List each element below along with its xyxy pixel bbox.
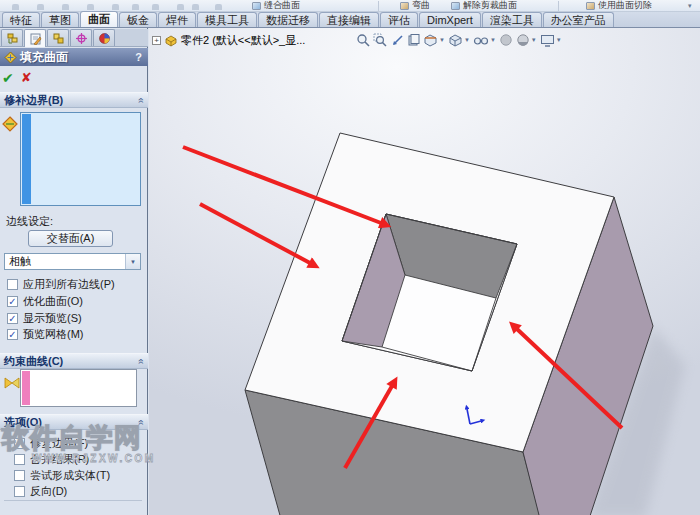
show-preview-checkbox-row: ✓ 显示预览(S) bbox=[7, 311, 82, 326]
toolbar-icon-stub[interactable] bbox=[12, 4, 19, 10]
chevron-down-icon[interactable]: ▼ bbox=[439, 37, 445, 43]
view-settings-icon[interactable]: ▼ bbox=[540, 33, 562, 47]
listbox-scroll-strip[interactable] bbox=[22, 114, 31, 204]
merge-result-checkbox-row: ✓ 合并结果(R) bbox=[14, 452, 89, 467]
tab-direct-editing[interactable]: 直接编辑 bbox=[319, 12, 379, 27]
knit-surface-label: 缝合曲面 bbox=[264, 0, 300, 12]
edit-appearance-icon[interactable] bbox=[499, 33, 513, 47]
checkbox[interactable]: ✓ bbox=[7, 329, 18, 340]
cancel-button[interactable]: ✘ bbox=[21, 70, 32, 86]
zoom-fit-icon[interactable] bbox=[356, 33, 370, 47]
boundary-selection-icon bbox=[2, 116, 18, 132]
toolbar-icon-stub[interactable] bbox=[37, 4, 44, 10]
alternate-face-button[interactable]: 交替面(A) bbox=[28, 230, 113, 247]
heads-up-toolbar: ▼ ▼ ▼ ▼ ▼ bbox=[356, 33, 562, 47]
chevron-down-icon[interactable]: ▼ bbox=[531, 37, 537, 43]
toolbar-icon-stub[interactable] bbox=[112, 4, 119, 10]
constraint-curves-listbox[interactable] bbox=[20, 369, 137, 407]
hide-show-items-icon[interactable]: ▼ bbox=[473, 33, 496, 47]
constraint-curves-header[interactable]: 约束曲线(C) » bbox=[0, 353, 148, 369]
tab-configuration-manager[interactable] bbox=[47, 29, 69, 46]
checkbox[interactable]: ✓ bbox=[7, 296, 18, 307]
tab-surfaces[interactable]: 曲面 bbox=[80, 11, 118, 27]
model-view bbox=[149, 28, 700, 515]
tab-mold-tools[interactable]: 模具工具 bbox=[197, 12, 257, 27]
patch-boundary-header[interactable]: 修补边界(B) » bbox=[0, 92, 148, 108]
edge-condition-dropdown[interactable]: 相触 ▼ bbox=[4, 253, 141, 270]
toolbar-icon-stub[interactable] bbox=[62, 4, 69, 10]
tab-dimxpert-manager[interactable] bbox=[70, 29, 92, 46]
tab-property-manager[interactable] bbox=[24, 29, 46, 47]
toolbar-icon-stub[interactable] bbox=[192, 4, 199, 10]
apply-scene-icon[interactable]: ▼ bbox=[516, 33, 537, 47]
tab-feature-manager-tree[interactable] bbox=[1, 29, 23, 46]
patch-boundary-listbox[interactable] bbox=[20, 112, 141, 206]
checkbox[interactable]: ✓ bbox=[14, 470, 25, 481]
tree-expander-icon[interactable]: + bbox=[152, 36, 161, 45]
collapse-chevron-icon[interactable]: » bbox=[136, 419, 147, 425]
toolbar-icon-stub[interactable] bbox=[152, 4, 159, 10]
cut-with-surface-label: 使用曲面切除 bbox=[598, 0, 652, 12]
chevron-down-icon[interactable]: ▼ bbox=[464, 37, 470, 43]
manager-tab-strip bbox=[0, 29, 148, 47]
knit-surface-button[interactable]: 缝合曲面 bbox=[252, 0, 300, 11]
toolbar-overflow-icon[interactable]: ▾ bbox=[688, 2, 692, 10]
tab-office-products[interactable]: 办公室产品 bbox=[543, 12, 614, 27]
flex-icon bbox=[400, 2, 409, 10]
constraint-curve-icon bbox=[4, 376, 20, 390]
toolbar-icon-stub[interactable] bbox=[132, 4, 139, 10]
feature-tree-icon bbox=[6, 32, 19, 45]
fix-boundary-checkbox-row: ✓ 修复边界(F) bbox=[14, 436, 88, 451]
listbox-scroll-strip[interactable] bbox=[22, 371, 30, 405]
view-orientation-icon[interactable]: ▼ bbox=[448, 33, 470, 47]
graphics-viewport[interactable]: + 零件2 (默认<<默认>_显... ▼ bbox=[149, 28, 700, 515]
command-manager-tabs: 特征 草图 曲面 钣金 焊件 模具工具 数据迁移 直接编辑 评估 DimXper… bbox=[0, 12, 700, 28]
toolbar-separator bbox=[558, 1, 559, 11]
collapse-chevron-icon[interactable]: » bbox=[136, 358, 147, 364]
knit-surface-icon bbox=[252, 2, 261, 10]
property-manager-panel: 填充曲面 ? ✔ ✘ 修补边界(B) » 边线设定: 交替面(A) 相触 ▼ ✓… bbox=[0, 28, 148, 515]
property-manager-icon bbox=[29, 32, 42, 45]
tab-sheet-metal[interactable]: 钣金 bbox=[119, 12, 157, 27]
section-view-icon[interactable]: ▼ bbox=[423, 33, 445, 47]
checkbox[interactable]: ✓ bbox=[14, 438, 25, 449]
cut-with-surface-button[interactable]: 使用曲面切除 bbox=[586, 0, 652, 11]
tab-dimxpert[interactable]: DimXpert bbox=[419, 12, 481, 27]
fill-surface-icon bbox=[4, 51, 17, 64]
checkbox[interactable]: ✓ bbox=[14, 486, 25, 497]
edge-settings-label: 边线设定: bbox=[6, 214, 53, 229]
ok-button[interactable]: ✔ bbox=[2, 70, 14, 86]
chevron-down-icon[interactable]: ▼ bbox=[490, 37, 496, 43]
tab-weldments[interactable]: 焊件 bbox=[158, 12, 196, 27]
flex-button[interactable]: 弯曲 bbox=[400, 0, 430, 11]
tree-root-label[interactable]: 零件2 (默认<<默认>_显... bbox=[181, 33, 305, 48]
checkbox[interactable]: ✓ bbox=[7, 279, 18, 290]
tab-features[interactable]: 特征 bbox=[2, 12, 40, 27]
apply-to-all-edges-checkbox-row: ✓ 应用到所有边线(P) bbox=[7, 277, 115, 292]
untrim-surface-icon bbox=[451, 2, 460, 10]
help-icon[interactable]: ? bbox=[135, 51, 142, 63]
untrim-surface-button[interactable]: 解除剪裁曲面 bbox=[451, 0, 517, 11]
toolbar-icon-stub[interactable] bbox=[87, 4, 94, 10]
last-view-icon[interactable] bbox=[407, 33, 420, 47]
flex-label: 弯曲 bbox=[412, 0, 430, 12]
panel-title: 填充曲面 bbox=[20, 49, 135, 66]
tab-data-migration[interactable]: 数据迁移 bbox=[258, 12, 318, 27]
optimize-surface-checkbox-row: ✓ 优化曲面(O) bbox=[7, 294, 83, 309]
previous-view-icon[interactable] bbox=[390, 33, 404, 47]
checkbox[interactable]: ✓ bbox=[14, 454, 25, 465]
toolbar-icon-stub[interactable] bbox=[215, 4, 222, 10]
checkbox[interactable]: ✓ bbox=[7, 313, 18, 324]
tab-sketch[interactable]: 草图 bbox=[41, 12, 79, 27]
chevron-down-icon[interactable]: ▼ bbox=[556, 37, 562, 43]
tab-display-manager[interactable] bbox=[93, 29, 115, 46]
property-manager-title-bar: 填充曲面 ? bbox=[0, 48, 148, 66]
tab-render-tools[interactable]: 渲染工具 bbox=[482, 12, 542, 27]
options-header[interactable]: 选项(O) » bbox=[0, 414, 148, 430]
collapse-chevron-icon[interactable]: » bbox=[136, 97, 147, 103]
tab-evaluate[interactable]: 评估 bbox=[380, 12, 418, 27]
chevron-down-icon[interactable]: ▼ bbox=[125, 254, 140, 269]
zoom-area-icon[interactable] bbox=[373, 33, 387, 47]
toolbar-icon-stub[interactable] bbox=[177, 4, 184, 10]
panel-divider bbox=[4, 500, 142, 501]
